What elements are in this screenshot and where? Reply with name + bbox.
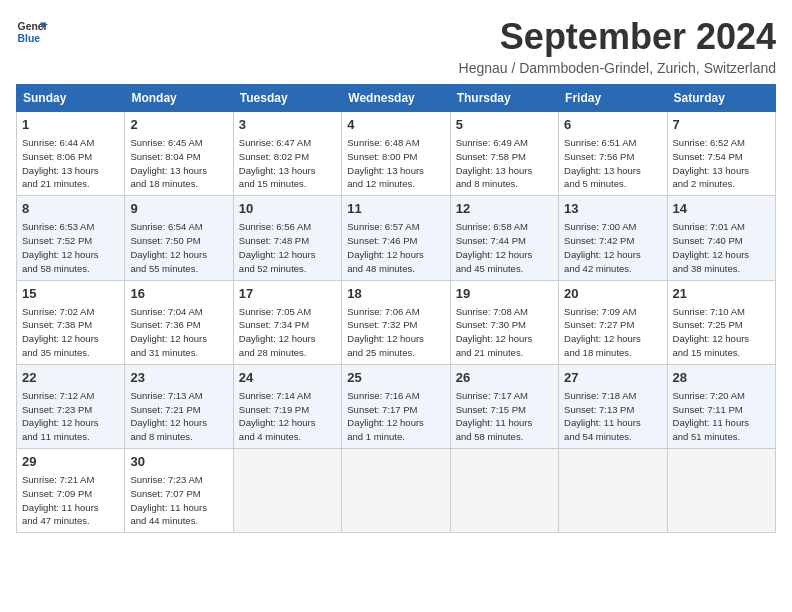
day-number: 21 bbox=[673, 285, 770, 303]
calendar-cell: 6Sunrise: 6:51 AM Sunset: 7:56 PM Daylig… bbox=[559, 112, 667, 196]
calendar-cell: 25Sunrise: 7:16 AM Sunset: 7:17 PM Dayli… bbox=[342, 364, 450, 448]
calendar-cell: 26Sunrise: 7:17 AM Sunset: 7:15 PM Dayli… bbox=[450, 364, 558, 448]
day-number: 1 bbox=[22, 116, 119, 134]
day-info: Sunrise: 7:21 AM Sunset: 7:09 PM Dayligh… bbox=[22, 473, 119, 528]
day-info: Sunrise: 6:52 AM Sunset: 7:54 PM Dayligh… bbox=[673, 136, 770, 191]
day-number: 7 bbox=[673, 116, 770, 134]
weekday-header-sunday: Sunday bbox=[17, 85, 125, 112]
day-info: Sunrise: 7:13 AM Sunset: 7:21 PM Dayligh… bbox=[130, 389, 227, 444]
calendar-cell bbox=[450, 449, 558, 533]
day-number: 28 bbox=[673, 369, 770, 387]
weekday-header-wednesday: Wednesday bbox=[342, 85, 450, 112]
day-number: 5 bbox=[456, 116, 553, 134]
calendar-cell: 11Sunrise: 6:57 AM Sunset: 7:46 PM Dayli… bbox=[342, 196, 450, 280]
day-number: 29 bbox=[22, 453, 119, 471]
day-number: 16 bbox=[130, 285, 227, 303]
calendar-cell: 27Sunrise: 7:18 AM Sunset: 7:13 PM Dayli… bbox=[559, 364, 667, 448]
week-row-1: 1Sunrise: 6:44 AM Sunset: 8:06 PM Daylig… bbox=[17, 112, 776, 196]
calendar-cell: 14Sunrise: 7:01 AM Sunset: 7:40 PM Dayli… bbox=[667, 196, 775, 280]
day-number: 2 bbox=[130, 116, 227, 134]
calendar-cell: 3Sunrise: 6:47 AM Sunset: 8:02 PM Daylig… bbox=[233, 112, 341, 196]
day-number: 12 bbox=[456, 200, 553, 218]
day-number: 17 bbox=[239, 285, 336, 303]
calendar-cell: 28Sunrise: 7:20 AM Sunset: 7:11 PM Dayli… bbox=[667, 364, 775, 448]
day-number: 3 bbox=[239, 116, 336, 134]
day-info: Sunrise: 7:05 AM Sunset: 7:34 PM Dayligh… bbox=[239, 305, 336, 360]
calendar-cell: 30Sunrise: 7:23 AM Sunset: 7:07 PM Dayli… bbox=[125, 449, 233, 533]
day-number: 22 bbox=[22, 369, 119, 387]
day-info: Sunrise: 6:56 AM Sunset: 7:48 PM Dayligh… bbox=[239, 220, 336, 275]
week-row-2: 8Sunrise: 6:53 AM Sunset: 7:52 PM Daylig… bbox=[17, 196, 776, 280]
calendar-cell: 18Sunrise: 7:06 AM Sunset: 7:32 PM Dayli… bbox=[342, 280, 450, 364]
day-info: Sunrise: 6:44 AM Sunset: 8:06 PM Dayligh… bbox=[22, 136, 119, 191]
week-row-3: 15Sunrise: 7:02 AM Sunset: 7:38 PM Dayli… bbox=[17, 280, 776, 364]
calendar-cell bbox=[559, 449, 667, 533]
day-number: 23 bbox=[130, 369, 227, 387]
day-info: Sunrise: 7:04 AM Sunset: 7:36 PM Dayligh… bbox=[130, 305, 227, 360]
calendar-cell: 17Sunrise: 7:05 AM Sunset: 7:34 PM Dayli… bbox=[233, 280, 341, 364]
day-info: Sunrise: 7:02 AM Sunset: 7:38 PM Dayligh… bbox=[22, 305, 119, 360]
calendar-cell bbox=[233, 449, 341, 533]
day-info: Sunrise: 7:08 AM Sunset: 7:30 PM Dayligh… bbox=[456, 305, 553, 360]
location-subtitle: Hegnau / Dammboden-Grindel, Zurich, Swit… bbox=[459, 60, 776, 76]
calendar-cell: 15Sunrise: 7:02 AM Sunset: 7:38 PM Dayli… bbox=[17, 280, 125, 364]
day-info: Sunrise: 7:09 AM Sunset: 7:27 PM Dayligh… bbox=[564, 305, 661, 360]
day-number: 27 bbox=[564, 369, 661, 387]
day-info: Sunrise: 7:01 AM Sunset: 7:40 PM Dayligh… bbox=[673, 220, 770, 275]
day-number: 10 bbox=[239, 200, 336, 218]
day-number: 30 bbox=[130, 453, 227, 471]
day-info: Sunrise: 6:51 AM Sunset: 7:56 PM Dayligh… bbox=[564, 136, 661, 191]
day-number: 13 bbox=[564, 200, 661, 218]
day-number: 24 bbox=[239, 369, 336, 387]
day-info: Sunrise: 7:20 AM Sunset: 7:11 PM Dayligh… bbox=[673, 389, 770, 444]
day-info: Sunrise: 6:47 AM Sunset: 8:02 PM Dayligh… bbox=[239, 136, 336, 191]
day-info: Sunrise: 6:58 AM Sunset: 7:44 PM Dayligh… bbox=[456, 220, 553, 275]
day-info: Sunrise: 7:10 AM Sunset: 7:25 PM Dayligh… bbox=[673, 305, 770, 360]
day-number: 4 bbox=[347, 116, 444, 134]
weekday-header-saturday: Saturday bbox=[667, 85, 775, 112]
day-number: 6 bbox=[564, 116, 661, 134]
weekday-header-friday: Friday bbox=[559, 85, 667, 112]
calendar-table: SundayMondayTuesdayWednesdayThursdayFrid… bbox=[16, 84, 776, 533]
weekday-header-row: SundayMondayTuesdayWednesdayThursdayFrid… bbox=[17, 85, 776, 112]
day-info: Sunrise: 6:57 AM Sunset: 7:46 PM Dayligh… bbox=[347, 220, 444, 275]
day-info: Sunrise: 6:53 AM Sunset: 7:52 PM Dayligh… bbox=[22, 220, 119, 275]
week-row-4: 22Sunrise: 7:12 AM Sunset: 7:23 PM Dayli… bbox=[17, 364, 776, 448]
day-number: 18 bbox=[347, 285, 444, 303]
day-info: Sunrise: 7:17 AM Sunset: 7:15 PM Dayligh… bbox=[456, 389, 553, 444]
calendar-cell bbox=[667, 449, 775, 533]
calendar-cell: 21Sunrise: 7:10 AM Sunset: 7:25 PM Dayli… bbox=[667, 280, 775, 364]
calendar-cell: 29Sunrise: 7:21 AM Sunset: 7:09 PM Dayli… bbox=[17, 449, 125, 533]
day-info: Sunrise: 7:12 AM Sunset: 7:23 PM Dayligh… bbox=[22, 389, 119, 444]
day-number: 11 bbox=[347, 200, 444, 218]
weekday-header-monday: Monday bbox=[125, 85, 233, 112]
calendar-cell: 9Sunrise: 6:54 AM Sunset: 7:50 PM Daylig… bbox=[125, 196, 233, 280]
day-info: Sunrise: 7:06 AM Sunset: 7:32 PM Dayligh… bbox=[347, 305, 444, 360]
calendar-cell: 20Sunrise: 7:09 AM Sunset: 7:27 PM Dayli… bbox=[559, 280, 667, 364]
calendar-cell: 22Sunrise: 7:12 AM Sunset: 7:23 PM Dayli… bbox=[17, 364, 125, 448]
calendar-cell: 2Sunrise: 6:45 AM Sunset: 8:04 PM Daylig… bbox=[125, 112, 233, 196]
calendar-cell: 5Sunrise: 6:49 AM Sunset: 7:58 PM Daylig… bbox=[450, 112, 558, 196]
calendar-cell: 8Sunrise: 6:53 AM Sunset: 7:52 PM Daylig… bbox=[17, 196, 125, 280]
calendar-cell: 4Sunrise: 6:48 AM Sunset: 8:00 PM Daylig… bbox=[342, 112, 450, 196]
calendar-cell bbox=[342, 449, 450, 533]
day-number: 26 bbox=[456, 369, 553, 387]
month-title: September 2024 bbox=[459, 16, 776, 58]
calendar-cell: 13Sunrise: 7:00 AM Sunset: 7:42 PM Dayli… bbox=[559, 196, 667, 280]
calendar-cell: 24Sunrise: 7:14 AM Sunset: 7:19 PM Dayli… bbox=[233, 364, 341, 448]
calendar-cell: 7Sunrise: 6:52 AM Sunset: 7:54 PM Daylig… bbox=[667, 112, 775, 196]
day-number: 9 bbox=[130, 200, 227, 218]
day-number: 14 bbox=[673, 200, 770, 218]
calendar-cell: 10Sunrise: 6:56 AM Sunset: 7:48 PM Dayli… bbox=[233, 196, 341, 280]
calendar-cell: 12Sunrise: 6:58 AM Sunset: 7:44 PM Dayli… bbox=[450, 196, 558, 280]
calendar-cell: 19Sunrise: 7:08 AM Sunset: 7:30 PM Dayli… bbox=[450, 280, 558, 364]
calendar-cell: 23Sunrise: 7:13 AM Sunset: 7:21 PM Dayli… bbox=[125, 364, 233, 448]
day-info: Sunrise: 7:16 AM Sunset: 7:17 PM Dayligh… bbox=[347, 389, 444, 444]
week-row-5: 29Sunrise: 7:21 AM Sunset: 7:09 PM Dayli… bbox=[17, 449, 776, 533]
day-info: Sunrise: 7:18 AM Sunset: 7:13 PM Dayligh… bbox=[564, 389, 661, 444]
weekday-header-tuesday: Tuesday bbox=[233, 85, 341, 112]
day-number: 20 bbox=[564, 285, 661, 303]
day-number: 15 bbox=[22, 285, 119, 303]
day-info: Sunrise: 6:48 AM Sunset: 8:00 PM Dayligh… bbox=[347, 136, 444, 191]
logo-icon: General Blue bbox=[16, 16, 48, 48]
